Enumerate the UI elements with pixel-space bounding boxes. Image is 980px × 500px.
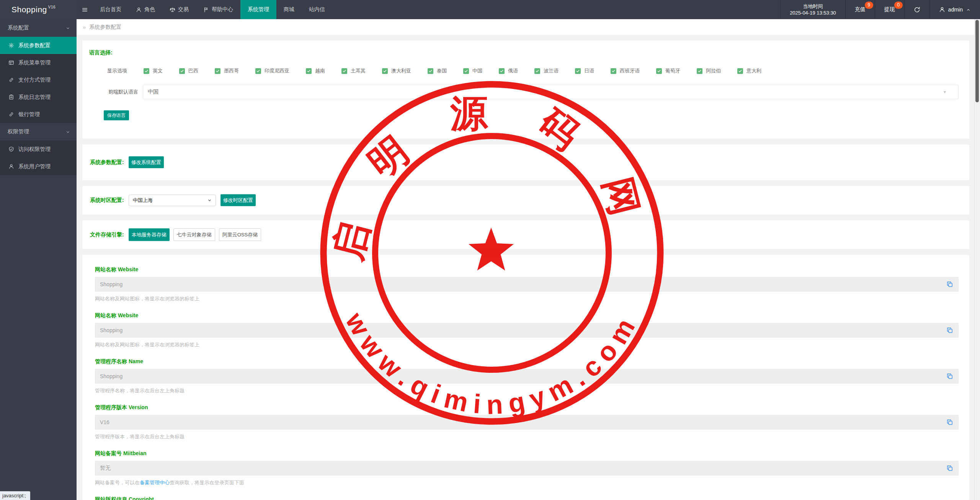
sidebar-section-2[interactable]: 权限管理 [0, 123, 77, 141]
checkbox-checked-icon[interactable] [463, 68, 469, 74]
storage-engine-label: 文件存储引擎: [90, 231, 124, 238]
copy-icon[interactable] [946, 281, 953, 288]
checkbox-checked-icon[interactable] [534, 68, 540, 74]
page-scrollbar[interactable] [974, 19, 980, 500]
nav-item-5[interactable]: 系统管理 [240, 0, 276, 19]
copy-icon[interactable] [946, 327, 953, 334]
withdraw-button[interactable]: 提现 0 [875, 0, 904, 19]
language-label: 葡萄牙 [665, 67, 680, 74]
nav-item-4[interactable]: 帮助中心 [196, 0, 240, 19]
withdraw-badge: 0 [894, 2, 903, 9]
checkbox-checked-icon[interactable] [575, 68, 581, 74]
checkbox-checked-icon[interactable] [697, 68, 702, 74]
checkbox-checked-icon[interactable] [179, 68, 185, 74]
sidebar-item-1-3[interactable]: 支付方式管理 [0, 71, 77, 89]
save-language-button[interactable]: 保存语言 [104, 110, 129, 120]
language-panel-title: 语言选择: [89, 41, 969, 56]
checkbox-checked-icon[interactable] [341, 68, 347, 74]
recharge-badge: 9 [865, 2, 873, 9]
copy-icon[interactable] [946, 373, 953, 380]
sidebar-item-label: 银行管理 [18, 111, 40, 118]
copy-icon[interactable] [946, 419, 953, 426]
language-checkbox-8[interactable]: 泰国 [428, 67, 447, 74]
language-checkbox-9[interactable]: 中国 [463, 67, 482, 74]
field-label: 网站备案号 Miitbeian [95, 450, 959, 457]
checkbox-checked-icon[interactable] [611, 68, 616, 74]
scrollbar-thumb[interactable] [975, 20, 979, 102]
nav-item-2[interactable]: 角色 [129, 0, 162, 19]
local-time-label: 当地时间 [803, 3, 823, 10]
beian-center-link[interactable]: 备案管理中心 [140, 480, 170, 485]
gear-icon [8, 43, 15, 48]
link-icon [8, 77, 15, 83]
language-checkbox-1[interactable]: 英文 [144, 67, 163, 74]
copy-icon[interactable] [946, 465, 953, 472]
checkbox-checked-icon[interactable] [737, 68, 743, 74]
timezone-label: 系统时区配置: [90, 197, 124, 204]
storage-option-3[interactable]: 阿里云OSS存储 [219, 228, 261, 241]
sidebar-section-1[interactable]: 系统配置 [0, 19, 77, 37]
nav-item-label: 交易 [178, 6, 189, 13]
language-checkbox-7[interactable]: 澳大利亚 [382, 67, 411, 74]
language-checkbox-2[interactable]: 巴西 [179, 67, 198, 74]
language-label: 西班牙语 [620, 67, 640, 74]
site-settings-form: 网站名称 WebsiteShopping网站名称及网站图标，将显示在浏览器的标签… [82, 255, 969, 500]
caret-down-icon [207, 198, 212, 203]
storage-option-1[interactable]: 本地服务器存储 [129, 228, 170, 241]
field-input[interactable]: Shopping [95, 323, 959, 338]
checkbox-checked-icon[interactable] [144, 68, 149, 74]
field-input[interactable]: Shopping [95, 369, 959, 384]
checkbox-checked-icon[interactable] [499, 68, 505, 74]
language-checkbox-4[interactable]: 印度尼西亚 [255, 67, 289, 74]
sidebar: 系统配置系统参数配置系统菜单管理支付方式管理系统日志管理银行管理权限管理访问权限… [0, 19, 77, 500]
sidebar-item-1-5[interactable]: 银行管理 [0, 106, 77, 123]
storage-option-2[interactable]: 七牛云对象存储 [173, 228, 215, 241]
sidebar-item-2-1[interactable]: 访问权限管理 [0, 141, 77, 158]
checkbox-checked-icon[interactable] [428, 68, 433, 74]
default-language-select[interactable]: 中国 ▾ [143, 85, 959, 99]
checkbox-checked-icon[interactable] [306, 68, 312, 74]
field-input[interactable]: Shopping [95, 277, 959, 292]
recharge-button[interactable]: 充值 9 [845, 0, 875, 19]
language-checkbox-5[interactable]: 越南 [306, 67, 325, 74]
language-label: 越南 [315, 67, 325, 74]
language-checkbox-6[interactable]: 土耳其 [341, 67, 366, 74]
sidebar-item-1-4[interactable]: 系统日志管理 [0, 89, 77, 106]
language-checkbox-16[interactable]: 意大利 [737, 67, 761, 74]
user-menu[interactable]: admin [929, 0, 980, 19]
language-checkbox-10[interactable]: 俄语 [499, 67, 518, 74]
checkbox-checked-icon[interactable] [382, 68, 388, 74]
nav-item-3[interactable]: 交易 [162, 0, 196, 19]
person-icon [136, 7, 142, 13]
checkbox-checked-icon[interactable] [215, 68, 220, 74]
modify-system-config-button[interactable]: 修改系统配置 [129, 156, 164, 168]
nav-item-6[interactable]: 商城 [276, 0, 302, 19]
local-time: 当地时间 2025-04-19 13:53:30 [780, 0, 845, 19]
field-input[interactable]: 暂无 [95, 461, 959, 475]
system-config-panel: 系统参数配置: 修改系统配置 [82, 144, 969, 180]
refresh-icon[interactable] [904, 0, 929, 19]
collapse-menu-icon[interactable] [77, 0, 93, 19]
language-checkbox-14[interactable]: 葡萄牙 [656, 67, 680, 74]
language-checkbox-13[interactable]: 西班牙语 [611, 67, 640, 74]
field-value: Shopping [100, 327, 122, 333]
timezone-select[interactable]: 中国上海 [129, 195, 216, 206]
sidebar-item-1-1[interactable]: 系统参数配置 [0, 37, 77, 54]
link-icon [8, 111, 15, 117]
display-options-label: 显示选项 [107, 67, 127, 74]
language-checkbox-11[interactable]: 波兰语 [534, 67, 559, 74]
modify-timezone-button[interactable]: 修改时区配置 [220, 194, 256, 206]
sidebar-item-1-2[interactable]: 系统菜单管理 [0, 54, 77, 71]
language-checkbox-12[interactable]: 日语 [575, 67, 594, 74]
language-checkbox-15[interactable]: 阿拉伯 [697, 67, 721, 74]
storage-panel: 文件存储引擎: 本地服务器存储七牛云对象存储阿里云OSS存储 [82, 220, 969, 249]
language-checkbox-3[interactable]: 墨西哥 [215, 67, 239, 74]
main-nav: 后台首页角色交易帮助中心系统管理商城站内信 [93, 0, 332, 19]
sidebar-item-2-2[interactable]: 系统用户管理 [0, 158, 77, 175]
field-input[interactable]: V16 [95, 415, 959, 430]
timezone-value: 中国上海 [133, 197, 153, 204]
nav-item-7[interactable]: 站内信 [302, 0, 332, 19]
checkbox-checked-icon[interactable] [656, 68, 662, 74]
checkbox-checked-icon[interactable] [255, 68, 261, 74]
nav-item-1[interactable]: 后台首页 [93, 0, 129, 19]
